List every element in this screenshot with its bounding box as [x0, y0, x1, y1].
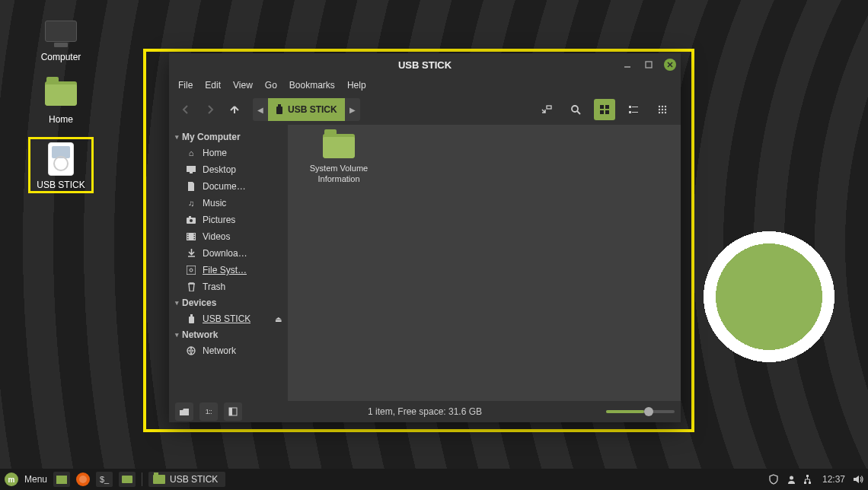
sidebar-item-pictures[interactable]: Pictures [169, 212, 288, 228]
firefox-launcher[interactable] [76, 473, 90, 486]
svg-rect-43 [56, 476, 67, 484]
path-prev-button[interactable]: ◀ [253, 106, 268, 114]
show-desktop-button[interactable] [53, 472, 70, 487]
sidebar-item-videos[interactable]: Videos [169, 228, 288, 245]
svg-rect-9 [600, 110, 604, 114]
svg-point-27 [190, 219, 193, 222]
svg-point-45 [790, 476, 793, 479]
disk-icon [186, 265, 196, 275]
path-next-button[interactable]: ▶ [345, 106, 360, 114]
sidebar-item-home[interactable]: ⌂Home [169, 145, 288, 161]
sidebar-item-trash[interactable]: Trash [169, 278, 288, 295]
svg-point-23 [665, 112, 666, 113]
taskbar-item-label: USB STICK [170, 474, 218, 485]
show-treeview-button[interactable]: 1:: [199, 402, 218, 421]
trash-icon [186, 282, 196, 292]
search-button[interactable] [565, 99, 586, 120]
nav-back-button[interactable] [177, 100, 195, 119]
sidebar-item-downloads[interactable]: Downloa… [169, 245, 288, 262]
close-sidebar-button[interactable] [224, 402, 242, 421]
sidebar-heading-network[interactable]: Network [169, 327, 288, 342]
content-pane[interactable]: System Volume Information [288, 125, 681, 401]
desktop-icon-home[interactable]: Home [27, 76, 95, 125]
file-manager-window: USB STICK File Edit View Go Bookmarks He… [169, 53, 681, 422]
svg-rect-47 [804, 482, 806, 484]
svg-rect-3 [278, 104, 281, 107]
nav-forward-button[interactable] [201, 100, 219, 119]
desktop-icon-label: Computer [27, 52, 95, 62]
svg-rect-8 [605, 105, 609, 109]
svg-point-21 [659, 112, 660, 113]
sidebar-item-usb-stick[interactable]: USB STICK⏏ [169, 310, 288, 327]
menu-go[interactable]: Go [265, 80, 277, 91]
menu-view[interactable]: View [233, 80, 253, 91]
eject-button[interactable]: ⏏ [275, 315, 282, 323]
minimize-button[interactable] [621, 59, 633, 71]
toolbar: ◀ USB STICK ▶ [169, 94, 681, 125]
svg-rect-14 [632, 112, 638, 113]
menu-bookmarks[interactable]: Bookmarks [289, 80, 335, 91]
svg-point-15 [659, 106, 660, 107]
menu-file[interactable]: File [178, 80, 193, 91]
view-compact-button[interactable] [652, 99, 673, 120]
tray-shield-icon[interactable] [768, 474, 779, 485]
sidebar-heading-devices[interactable]: Devices [169, 295, 288, 310]
folder-system-volume-information[interactable]: System Volume Information [297, 134, 381, 185]
tray-volume-icon[interactable] [853, 475, 863, 484]
svg-rect-10 [605, 110, 609, 114]
menu-help[interactable]: Help [347, 80, 366, 91]
panel-separator [142, 473, 142, 486]
svg-rect-39 [190, 314, 193, 317]
menu-button-label[interactable]: Menu [24, 474, 47, 485]
status-text: 1 item, Free space: 31.6 GB [368, 406, 482, 417]
view-list-button[interactable] [623, 99, 644, 120]
desktop[interactable]: Computer Home USB STICK USB STICK File E… [0, 0, 868, 490]
show-places-button[interactable] [175, 402, 193, 421]
path-segment-usb[interactable]: USB STICK [268, 98, 345, 121]
toggle-location-button[interactable] [536, 99, 557, 120]
folder-icon [45, 81, 77, 106]
monitor-icon [45, 21, 77, 42]
tray-clock[interactable]: 12:37 [822, 474, 845, 485]
svg-rect-24 [187, 166, 196, 172]
desktop-icon-usb-stick[interactable]: USB STICK [27, 142, 95, 190]
terminal-launcher[interactable]: $_ [96, 472, 113, 487]
path-segment-label: USB STICK [288, 104, 337, 115]
sidebar-item-network[interactable]: Network [169, 342, 288, 359]
camera-icon [186, 215, 196, 225]
titlebar[interactable]: USB STICK [169, 53, 681, 76]
desktop-icon-computer[interactable]: Computer [27, 14, 95, 62]
files-launcher[interactable] [119, 472, 136, 487]
sidebar: My Computer ⌂Home Desktop Docume… ♫Music… [169, 125, 288, 401]
svg-point-37 [190, 269, 193, 272]
sidebar-item-music[interactable]: ♫Music [169, 195, 288, 212]
sidebar-item-filesystem[interactable]: File Syst… [169, 262, 288, 278]
taskbar-item-usb-stick[interactable]: USB STICK [148, 472, 225, 487]
sidebar-item-desktop[interactable]: Desktop [169, 161, 288, 178]
close-button[interactable] [664, 59, 676, 71]
system-tray: 12:37 [768, 474, 863, 485]
svg-rect-25 [190, 172, 193, 173]
svg-rect-1 [646, 62, 652, 68]
menu-edit[interactable]: Edit [205, 80, 221, 91]
maximize-button[interactable] [643, 59, 655, 71]
svg-rect-38 [189, 317, 194, 323]
svg-rect-30 [187, 234, 189, 235]
zoom-slider[interactable] [606, 410, 675, 413]
svg-rect-28 [189, 216, 191, 218]
usb-device-icon [48, 142, 74, 176]
svg-rect-31 [187, 236, 189, 237]
svg-rect-48 [809, 482, 811, 484]
svg-point-5 [572, 106, 578, 112]
tray-user-icon[interactable] [787, 475, 796, 485]
svg-rect-13 [629, 111, 631, 113]
sidebar-item-documents[interactable]: Docume… [169, 178, 288, 195]
sidebar-heading-my-computer[interactable]: My Computer [169, 129, 288, 145]
mint-menu-icon[interactable]: m [5, 473, 18, 486]
view-icons-button[interactable] [594, 99, 615, 120]
svg-rect-35 [194, 238, 196, 240]
tray-network-icon[interactable] [804, 475, 815, 485]
panel: m Menu $_ USB STICK 12:37 [0, 469, 868, 490]
nav-up-button[interactable] [225, 100, 244, 119]
svg-rect-32 [187, 238, 189, 240]
